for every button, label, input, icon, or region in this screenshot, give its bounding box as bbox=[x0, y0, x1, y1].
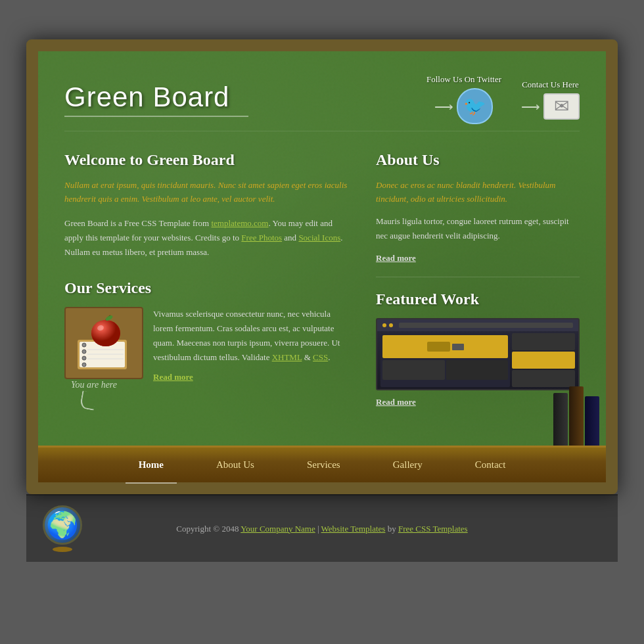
navbar: Home About Us Services Gallery Contact bbox=[38, 446, 606, 482]
mockup-dot-2 bbox=[389, 323, 393, 327]
services-and: & bbox=[302, 352, 313, 362]
contact-arrow-icon: ⟶ bbox=[521, 99, 540, 114]
templatemo-link[interactable]: templatemo.com bbox=[211, 218, 268, 228]
twitter-arrow-area: ⟶ bbox=[434, 88, 493, 124]
main-content: Welcome to Green Board Nullam at erat ip… bbox=[64, 151, 580, 407]
mockup-sidebar-block-1 bbox=[512, 333, 575, 350]
svg-point-3 bbox=[82, 350, 86, 354]
copyright-text: Copyright © 2048 bbox=[176, 524, 241, 534]
mockup-sidebar bbox=[512, 333, 575, 387]
services-title: Our Services bbox=[64, 279, 350, 297]
books-decoration bbox=[553, 386, 599, 446]
twitter-social[interactable]: Follow Us On Twitter ⟶ bbox=[426, 74, 501, 124]
website-templates-link[interactable]: Website Templates bbox=[321, 524, 386, 534]
free-css-link[interactable]: Free CSS Templates bbox=[398, 524, 468, 534]
twitter-bird-icon bbox=[457, 88, 493, 124]
svg-point-10 bbox=[91, 320, 120, 346]
featured-work-mockup bbox=[377, 319, 578, 389]
nav-home[interactable]: Home bbox=[112, 448, 190, 482]
contact-label: Contact Us Here bbox=[522, 80, 579, 90]
contact-social[interactable]: Contact Us Here ⟶ bbox=[521, 80, 580, 120]
services-end: . bbox=[328, 352, 330, 362]
svg-rect-13 bbox=[427, 342, 450, 352]
services-read-more[interactable]: Read more bbox=[153, 370, 350, 384]
footer: Copyright © 2048 Your Company Name | Web… bbox=[26, 494, 618, 562]
svg-rect-14 bbox=[452, 344, 464, 350]
logo-area: Green Board bbox=[64, 81, 248, 117]
site-logo[interactable]: Green Board bbox=[64, 81, 248, 113]
nav-contact[interactable]: Contact bbox=[449, 448, 532, 482]
header: Green Board Follow Us On Twitter ⟶ Conta… bbox=[64, 64, 580, 131]
you-are-here-label: You are here bbox=[71, 380, 117, 409]
welcome-italic: Nullam at erat ipsum, quis tincidunt mau… bbox=[64, 179, 350, 206]
free-photos-link[interactable]: Free Photos bbox=[241, 233, 282, 242]
left-column: Welcome to Green Board Nullam at erat ip… bbox=[64, 151, 350, 407]
header-right: Follow Us On Twitter ⟶ Contact Us Here ⟶ bbox=[426, 74, 580, 124]
about-italic: Donec ac eros ac nunc blandit hendrerit.… bbox=[376, 179, 580, 206]
nav-services[interactable]: Services bbox=[281, 448, 367, 482]
featured-work-image bbox=[376, 318, 580, 390]
book-1 bbox=[553, 393, 568, 446]
nav-gallery[interactable]: Gallery bbox=[367, 448, 449, 482]
mockup-title-bar bbox=[399, 323, 573, 328]
svg-point-4 bbox=[82, 356, 86, 360]
footer-text: Copyright © 2048 Your Company Name | Web… bbox=[85, 524, 559, 534]
book-3 bbox=[585, 396, 599, 446]
our-services-section: Our Services bbox=[64, 279, 350, 384]
about-read-more[interactable]: Read more bbox=[376, 253, 580, 264]
mail-icon bbox=[543, 93, 580, 120]
mockup-card bbox=[382, 335, 508, 358]
svg-point-2 bbox=[82, 343, 86, 347]
mockup-sidebar-block-3 bbox=[512, 370, 575, 387]
xhtml-link[interactable]: XHTML bbox=[272, 352, 302, 362]
about-body: Mauris ligula tortor, congue laoreet rut… bbox=[376, 214, 580, 243]
divider bbox=[376, 277, 580, 277]
logo-underline bbox=[64, 116, 248, 117]
svg-point-5 bbox=[82, 363, 86, 367]
social-icons-link[interactable]: Social Icons bbox=[298, 233, 340, 242]
mockup-body bbox=[377, 331, 578, 389]
footer-sep: | bbox=[315, 524, 321, 534]
company-name-link[interactable]: Your Company Name bbox=[241, 524, 315, 534]
mockup-dot-1 bbox=[382, 323, 386, 327]
chalkboard-surface: Green Board Follow Us On Twitter ⟶ Conta… bbox=[38, 51, 606, 446]
css-link[interactable]: CSS bbox=[313, 352, 328, 362]
right-column: About Us Donec ac eros ac nunc blandit h… bbox=[376, 151, 580, 407]
navbar-inner: Home About Us Services Gallery Contact bbox=[38, 448, 606, 482]
globe-icon bbox=[43, 505, 82, 545]
services-image bbox=[64, 307, 143, 379]
mockup-header bbox=[377, 319, 578, 331]
nav-about[interactable]: About Us bbox=[190, 448, 281, 482]
twitter-label: Follow Us On Twitter bbox=[426, 74, 501, 85]
featured-work-title: Featured Work bbox=[376, 290, 580, 308]
twitter-arrow-icon: ⟶ bbox=[434, 99, 453, 114]
featured-read-more[interactable]: Read more bbox=[376, 397, 580, 407]
globe-stand bbox=[39, 505, 85, 552]
footer-by: by bbox=[385, 524, 398, 534]
services-content: Vivamus scelerisque consectetur nunc, ne… bbox=[64, 307, 350, 384]
book-2 bbox=[569, 386, 584, 446]
globe-stand-base bbox=[53, 547, 72, 552]
about-title: About Us bbox=[376, 151, 580, 169]
welcome-body: Green Board is a Free CSS Template from … bbox=[64, 216, 350, 260]
services-text-block: Vivamus scelerisque consectetur nunc, ne… bbox=[153, 307, 350, 384]
welcome-title: Welcome to Green Board bbox=[64, 151, 350, 169]
services-body: Vivamus scelerisque consectetur nunc, ne… bbox=[153, 307, 350, 365]
welcome-text-3: and bbox=[282, 233, 298, 242]
mockup-sidebar-block-2 bbox=[512, 352, 575, 369]
apple-illustration bbox=[74, 313, 133, 373]
welcome-text-1: Green Board is a Free CSS Template from bbox=[64, 218, 211, 228]
mockup-main bbox=[380, 333, 510, 387]
contact-arrow-area: ⟶ bbox=[521, 93, 580, 120]
chalkboard-frame: Green Board Follow Us On Twitter ⟶ Conta… bbox=[26, 39, 618, 494]
